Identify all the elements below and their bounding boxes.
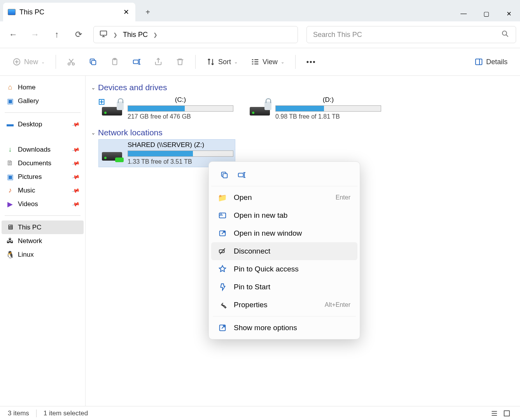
new-tab-button[interactable]: + <box>142 8 153 21</box>
group-header-network[interactable]: ⌄ Network locations <box>91 128 515 137</box>
sidebar-item-home[interactable]: ⌂ Home <box>2 80 84 94</box>
drive-name: (D:) <box>275 96 381 104</box>
rename-button[interactable] <box>128 53 145 70</box>
sidebar-item-thispc[interactable]: 🖥 This PC <box>2 220 84 234</box>
maximize-button[interactable]: ▢ <box>475 6 497 21</box>
sidebar: ⌂ Home ▣ Gallery ▬ Desktop 📌 ↓ Downloads… <box>0 76 86 406</box>
ctx-label: Open in new tab <box>234 211 287 220</box>
forward-button[interactable]: → <box>26 25 44 44</box>
chevron-down-icon: ⌄ <box>281 60 284 65</box>
back-button[interactable]: ← <box>4 25 23 44</box>
search-placeholder: Search This PC <box>313 31 362 39</box>
chevron-down-icon: ⌄ <box>91 84 96 91</box>
group-label: Network locations <box>98 128 163 137</box>
sidebar-item-gallery[interactable]: ▣ Gallery <box>2 94 84 108</box>
copy-button[interactable] <box>84 53 102 70</box>
sidebar-label: Network <box>18 237 42 245</box>
windows-icon: ⊞ <box>98 97 105 107</box>
downloads-icon: ↓ <box>6 146 14 154</box>
sidebar-label: Gallery <box>18 97 39 105</box>
chevron-right-icon[interactable]: ❯ <box>113 32 117 38</box>
pin-icon: 📌 <box>71 159 80 167</box>
ctx-properties[interactable]: Properties Alt+Enter <box>211 296 357 314</box>
separator <box>5 215 81 216</box>
separator <box>36 410 37 417</box>
divider <box>195 55 196 69</box>
sidebar-item-linux[interactable]: 🐧 Linux <box>2 248 84 261</box>
ctx-label: Pin to Quick access <box>234 265 299 273</box>
view-grid-button[interactable] <box>501 409 512 418</box>
divider <box>295 55 296 69</box>
capacity-bar <box>275 105 381 112</box>
copy-button[interactable] <box>217 168 231 182</box>
rename-button[interactable] <box>235 168 249 182</box>
paste-button[interactable] <box>106 53 124 70</box>
ctx-disconnect[interactable]: Disconnect <box>211 242 357 260</box>
pin-icon: 📌 <box>71 120 80 128</box>
pin-icon: 📌 <box>71 172 80 181</box>
desktop-icon: ▬ <box>6 121 14 128</box>
cut-button[interactable] <box>62 53 80 70</box>
close-window-button[interactable]: ✕ <box>497 6 520 21</box>
drive-c[interactable]: ⊞ (C:) 217 GB free of 476 GB <box>99 94 235 122</box>
refresh-button[interactable]: ⟳ <box>69 25 88 44</box>
close-tab-icon[interactable]: ✕ <box>122 6 131 18</box>
ctx-pin-quick[interactable]: Pin to Quick access <box>211 260 357 278</box>
pin-icon: 📌 <box>71 145 80 154</box>
more-button[interactable]: ••• <box>302 53 321 70</box>
ctx-open-new-window[interactable]: Open in new window <box>211 224 357 242</box>
sidebar-item-music[interactable]: ♪ Music 📌 <box>2 184 84 197</box>
titlebar: This PC ✕ + — ▢ ✕ <box>0 0 520 21</box>
sidebar-item-pictures[interactable]: ▣ Pictures 📌 <box>2 170 84 184</box>
svg-rect-9 <box>476 59 482 65</box>
window-controls: — ▢ ✕ <box>452 6 520 21</box>
share-button[interactable] <box>149 53 167 70</box>
sidebar-item-videos[interactable]: ▶ Videos 📌 <box>2 197 84 211</box>
monitor-icon <box>99 30 108 40</box>
search-input[interactable]: Search This PC <box>306 26 516 43</box>
ctx-pin-start[interactable]: Pin to Start <box>211 278 357 296</box>
breadcrumb-thispc[interactable]: This PC <box>123 31 148 39</box>
sidebar-item-desktop[interactable]: ▬ Desktop 📌 <box>2 117 84 131</box>
sidebar-item-documents[interactable]: 🗎 Documents 📌 <box>2 156 84 170</box>
navigation-row: ← → ↑ ⟳ ❯ This PC ❯ Search This PC <box>0 21 520 48</box>
sidebar-item-network[interactable]: 🖧 Network <box>2 234 84 248</box>
capacity-fill <box>128 106 185 111</box>
view-list-button[interactable] <box>489 409 500 418</box>
folder-icon: 📁 <box>218 193 227 202</box>
capacity-bar <box>128 105 233 112</box>
ctx-open[interactable]: 📁 Open Enter <box>211 189 357 206</box>
drive-d[interactable]: (D:) 0.98 TB free of 1.81 TB <box>247 94 383 122</box>
wrench-icon <box>218 301 227 309</box>
up-button[interactable]: ↑ <box>47 25 66 44</box>
sort-button[interactable]: Sort ⌄ <box>202 53 242 70</box>
svg-rect-10 <box>223 173 227 178</box>
ctx-show-more[interactable]: Show more options <box>211 319 357 337</box>
drive-name: SHARED (\\SERVER) (Z:) <box>128 141 233 149</box>
status-item-count: 3 items <box>8 410 29 417</box>
svg-rect-16 <box>504 411 509 416</box>
new-button[interactable]: New ⌄ <box>8 53 49 70</box>
videos-icon: ▶ <box>6 200 14 208</box>
divider <box>56 55 56 69</box>
details-pane-button[interactable]: Details <box>470 53 512 70</box>
chevron-down-icon: ⌄ <box>91 130 96 136</box>
tab-thispc[interactable]: This PC ✕ <box>3 3 135 21</box>
sidebar-label: Videos <box>18 200 38 208</box>
pin-icon <box>218 283 227 291</box>
capacity-bar <box>128 150 233 157</box>
address-bar[interactable]: ❯ This PC ❯ <box>93 26 298 43</box>
ctx-open-new-tab[interactable]: Open in new tab <box>211 206 357 224</box>
details-label: Details <box>486 58 508 66</box>
chevron-right-icon[interactable]: ❯ <box>153 32 158 38</box>
sidebar-label: Desktop <box>18 121 42 128</box>
drive-icon <box>100 141 124 161</box>
minimize-button[interactable]: — <box>452 6 475 21</box>
sidebar-item-downloads[interactable]: ↓ Downloads 📌 <box>2 143 84 156</box>
view-button[interactable]: View ⌄ <box>246 53 289 70</box>
linux-icon: 🐧 <box>6 251 14 259</box>
context-menu-top-actions <box>211 164 357 186</box>
disconnect-icon <box>218 247 227 256</box>
delete-button[interactable] <box>171 53 189 70</box>
group-header-devices[interactable]: ⌄ Devices and drives <box>91 83 515 92</box>
